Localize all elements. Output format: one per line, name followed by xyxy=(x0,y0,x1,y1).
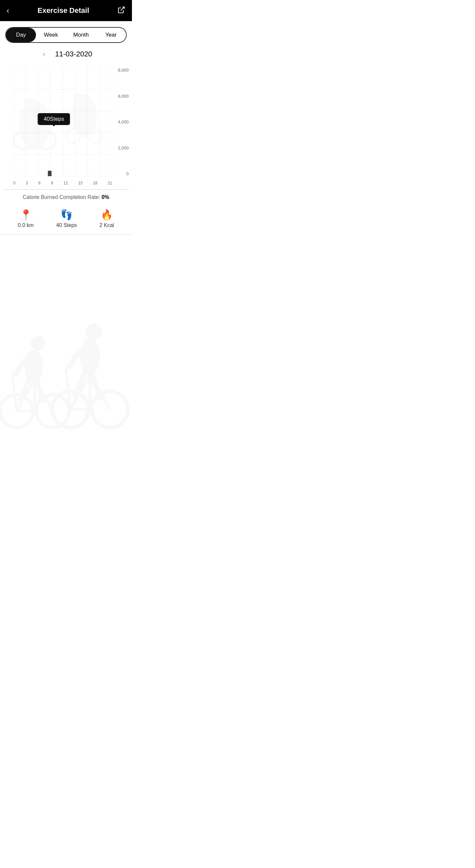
current-date: 11-03-2020 xyxy=(55,50,92,58)
chart-tooltip: 40Steps xyxy=(38,113,70,125)
y-axis-labels: 8,000 6,000 4,000 2,000 0 xyxy=(113,68,129,176)
stat-distance: 📍 0.0 km xyxy=(18,209,34,228)
svg-point-7 xyxy=(67,129,80,143)
tab-day[interactable]: Day xyxy=(6,28,36,42)
svg-point-4 xyxy=(74,93,83,101)
distance-value: 0.0 km xyxy=(18,222,34,228)
svg-point-30 xyxy=(80,339,100,375)
header: ‹ Exercise Detail xyxy=(0,0,132,21)
calories-value: 2 Kcal xyxy=(99,222,114,228)
tab-month[interactable]: Month xyxy=(66,28,96,42)
page-title: Exercise Detail xyxy=(38,6,89,15)
svg-point-3 xyxy=(25,98,36,109)
tab-year[interactable]: Year xyxy=(96,28,126,42)
activity-chart: 8,000 6,000 4,000 2,000 0 xyxy=(3,64,129,190)
fire-icon: 🔥 xyxy=(101,209,113,220)
date-navigation: ‹ 11-03-2020 xyxy=(0,49,132,59)
tab-week[interactable]: Week xyxy=(36,28,66,42)
bottom-decoration xyxy=(0,235,132,433)
background-cyclist-silhouettes xyxy=(0,317,132,433)
stats-row: 📍 0.0 km 👣 40 Steps 🔥 2 Kcal xyxy=(0,206,132,235)
share-button[interactable] xyxy=(118,6,125,16)
svg-point-29 xyxy=(86,323,102,340)
location-icon: 📍 xyxy=(20,209,32,220)
svg-line-0 xyxy=(121,7,124,10)
steps-value: 40 Steps xyxy=(56,222,77,228)
stat-calories: 🔥 2 Kcal xyxy=(99,209,114,228)
stat-steps: 👣 40 Steps xyxy=(56,209,77,228)
x-axis-labels: 0 3 6 9 12 15 18 21 xyxy=(13,181,112,185)
date-prev-button[interactable]: ‹ xyxy=(40,49,49,59)
steps-icon: 👣 xyxy=(60,209,72,220)
back-button[interactable]: ‹ xyxy=(7,6,9,15)
svg-point-8 xyxy=(88,129,102,143)
period-tabs: Day Week Month Year xyxy=(5,27,127,43)
calorie-completion-rate: Calorie Burned Completion Rate: 0% xyxy=(0,194,132,200)
svg-point-25 xyxy=(31,336,45,351)
chart-plot-area: 40Steps 0 3 6 9 12 15 18 21 xyxy=(13,68,112,176)
